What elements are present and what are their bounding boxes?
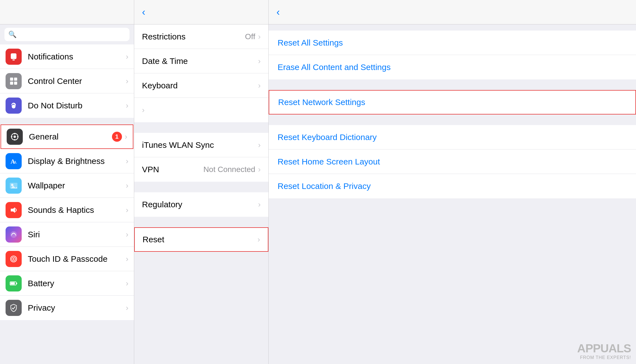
- mid-item-label-keyboard: Keyboard: [142, 81, 258, 90]
- middle-list: RestrictionsOff›Date & Time›Keyboard››iT…: [134, 24, 268, 252]
- left-list: Notifications›Control Center›Do Not Dist…: [0, 44, 134, 321]
- right-item-reset_keyboard[interactable]: Reset Keyboard Dictionary: [269, 125, 636, 149]
- right-back-button[interactable]: ‹: [276, 7, 281, 17]
- privacy-icon: [6, 300, 22, 316]
- chevron-right-icon: ›: [126, 255, 128, 263]
- svg-rect-25: [16, 283, 17, 284]
- left-column: 🔍 Notifications›Control Center›Do Not Di…: [0, 0, 134, 364]
- mid-section-0: RestrictionsOff›Date & Time›Keyboard››: [134, 24, 268, 122]
- chevron-right-icon: ›: [126, 77, 128, 86]
- mid-item-itunes_wlan[interactable]: iTunes WLAN Sync›: [134, 133, 268, 157]
- do_not_disturb-label: Do Not Disturb: [28, 101, 126, 110]
- right-item-label-erase_all: Erase All Content and Settings: [278, 63, 391, 72]
- svg-rect-5: [14, 81, 17, 84]
- mid-item-value-restrictions: Off: [245, 32, 255, 41]
- right-item-label-reset_network: Reset Network Settings: [278, 98, 365, 107]
- chevron-right-icon: ›: [258, 235, 260, 244]
- right-item-label-reset_location: Reset Location & Privacy: [278, 181, 371, 191]
- do_not_disturb-icon: [6, 98, 22, 114]
- sidebar-item-do_not_disturb[interactable]: Do Not Disturb›: [0, 93, 134, 118]
- watermark: APPUALS FROM THE EXPERTS!: [577, 342, 631, 360]
- right-item-label-reset_all_settings: Reset All Settings: [278, 38, 343, 48]
- sidebar-item-privacy[interactable]: Privacy›: [0, 296, 134, 320]
- mid-item-blank[interactable]: ›: [134, 98, 268, 122]
- sidebar-item-notifications[interactable]: Notifications›: [0, 44, 134, 69]
- search-bar[interactable]: 🔍: [4, 28, 129, 41]
- general-badge: 1: [112, 132, 122, 142]
- mid-item-label-restrictions: Restrictions: [142, 32, 245, 41]
- chevron-right-icon: ›: [126, 206, 128, 215]
- right-section-2: Reset Keyboard DictionaryReset Home Scre…: [269, 125, 636, 198]
- chevron-right-icon: ›: [258, 141, 261, 149]
- battery-label: Battery: [28, 279, 126, 288]
- watermark-logo: APPUALS: [577, 342, 631, 355]
- right-gap-1: [269, 80, 636, 90]
- wallpaper-label: Wallpaper: [28, 181, 126, 190]
- right-item-reset_network[interactable]: Reset Network Settings: [269, 90, 636, 114]
- sidebar-item-battery[interactable]: Battery›: [0, 271, 134, 296]
- svg-rect-1: [13, 59, 15, 60]
- mid-item-keyboard[interactable]: Keyboard›: [134, 73, 268, 98]
- right-item-reset_all_settings[interactable]: Reset All Settings: [269, 31, 636, 55]
- mid-item-value-vpn: Not Connected: [203, 165, 255, 174]
- right-item-reset_home_screen[interactable]: Reset Home Screen Layout: [269, 149, 636, 174]
- middle-column: ‹ RestrictionsOff›Date & Time›Keyboard››…: [134, 0, 269, 364]
- svg-marker-18: [11, 207, 15, 213]
- svg-rect-4: [10, 81, 13, 84]
- svg-text:A: A: [14, 159, 17, 164]
- right-top-gap: [269, 24, 636, 31]
- sidebar-item-touch_id[interactable]: Touch ID & Passcode›: [0, 247, 134, 271]
- notifications-label: Notifications: [28, 52, 126, 61]
- chevron-right-icon: ›: [142, 106, 144, 114]
- privacy-label: Privacy: [28, 303, 126, 313]
- svg-rect-0: [11, 53, 16, 59]
- svg-point-22: [13, 258, 14, 260]
- search-icon: 🔍: [8, 31, 17, 38]
- mid-item-date_time[interactable]: Date & Time›: [134, 49, 268, 73]
- svg-rect-11: [11, 136, 12, 137]
- list-gap-1: [0, 118, 134, 124]
- mid-section-1: iTunes WLAN Sync›VPNNot Connected›: [134, 133, 268, 182]
- sidebar-item-siri[interactable]: Siri›: [0, 222, 134, 247]
- chevron-right-icon: ›: [258, 32, 261, 41]
- sidebar-item-display_brightness[interactable]: AADisplay & Brightness›: [0, 149, 134, 173]
- sidebar-item-control_center[interactable]: Control Center›: [0, 69, 134, 93]
- mid-item-regulatory[interactable]: Regulatory›: [134, 192, 268, 217]
- left-header: [0, 0, 134, 24]
- mid-item-vpn[interactable]: VPNNot Connected›: [134, 157, 268, 182]
- settings-group-1: Notifications›Control Center›Do Not Dist…: [0, 44, 134, 118]
- svg-rect-12: [17, 136, 19, 137]
- chevron-right-icon: ›: [126, 230, 128, 239]
- chevron-right-icon: ›: [126, 303, 128, 312]
- sounds_haptics-label: Sounds & Haptics: [28, 205, 126, 215]
- svg-point-6: [12, 105, 16, 109]
- right-gap-2: [269, 115, 636, 125]
- right-section-1: Reset Network Settings: [269, 90, 636, 114]
- back-chevron-icon: ‹: [276, 7, 280, 17]
- sidebar-item-general[interactable]: General1›: [1, 124, 133, 149]
- mid-item-reset[interactable]: Reset›: [134, 227, 268, 252]
- right-header: ‹: [269, 0, 636, 24]
- settings-group-2: General1›AADisplay & Brightness›Wallpape…: [0, 124, 134, 320]
- display_brightness-label: Display & Brightness: [28, 156, 126, 166]
- svg-point-16: [11, 184, 14, 186]
- display_brightness-icon: AA: [6, 153, 22, 169]
- sounds_haptics-icon: [6, 202, 22, 218]
- mid-item-restrictions[interactable]: RestrictionsOff›: [134, 24, 268, 49]
- right-item-erase_all[interactable]: Erase All Content and Settings: [269, 55, 636, 79]
- right-list: Reset All SettingsErase All Content and …: [269, 24, 636, 199]
- middle-back-button[interactable]: ‹: [142, 7, 146, 17]
- sidebar-item-sounds_haptics[interactable]: Sounds & Haptics›: [0, 198, 134, 222]
- chevron-right-icon: ›: [126, 101, 128, 110]
- mid-section-3: Reset›: [134, 227, 268, 252]
- right-item-reset_location[interactable]: Reset Location & Privacy: [269, 174, 636, 198]
- battery-icon: [6, 275, 22, 291]
- sidebar-item-wallpaper[interactable]: Wallpaper›: [0, 173, 134, 198]
- chevron-right-icon: ›: [126, 52, 128, 61]
- mid-item-label-date_time: Date & Time: [142, 56, 258, 66]
- svg-rect-10: [14, 139, 15, 141]
- search-input[interactable]: [19, 30, 126, 39]
- svg-rect-9: [14, 133, 15, 134]
- svg-point-19: [10, 231, 17, 238]
- touch_id-icon: [6, 251, 22, 267]
